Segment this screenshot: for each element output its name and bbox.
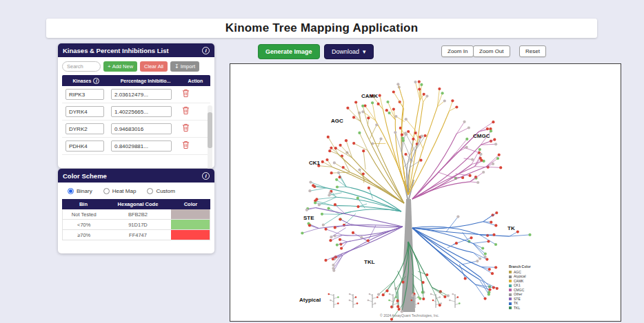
plus-icon: + — [108, 64, 111, 70]
kinase-value-field[interactable] — [111, 89, 172, 100]
bin-row: ≥70% FF4747 — [62, 230, 210, 240]
kinase-panel: Kinases & Percent Inhibitions List i + A… — [58, 43, 214, 168]
kinase-value-field[interactable] — [111, 140, 172, 152]
column-bin: Bin — [62, 201, 105, 207]
legend-item: TK — [509, 302, 539, 306]
tree-canvas[interactable]: CAMK AGC CMGC CK1 STE TK TKL Atypical Br… — [230, 63, 621, 322]
hex-code: FF4747 — [105, 230, 170, 240]
legend-item: TKL — [509, 306, 539, 311]
color-swatch — [171, 230, 210, 240]
color-scheme-panel: Color Scheme i Binary Heat Map Custom Bi… — [58, 169, 214, 253]
tree-label-tk: TK — [507, 225, 515, 231]
kinase-name-field[interactable] — [66, 106, 104, 117]
trash-icon — [182, 123, 190, 132]
bin-label: Not Tested — [63, 209, 105, 219]
legend-item: Atypical — [509, 275, 539, 279]
info-icon[interactable]: i — [202, 47, 210, 54]
legend-item: Other — [509, 293, 539, 297]
column-action: Action — [181, 79, 210, 83]
radio-icon[interactable] — [147, 188, 153, 194]
radio-icon[interactable] — [68, 188, 74, 194]
radio-icon[interactable] — [103, 188, 110, 194]
kinases-info-icon[interactable]: i — [93, 78, 99, 84]
kinase-panel-title: Kinases & Percent Inhibitions List — [63, 47, 169, 54]
tree-label-atypical: Atypical — [299, 297, 321, 303]
import-button[interactable]: ↧ Import — [170, 61, 199, 72]
zoom-out-button[interactable]: Zoom Out — [473, 45, 510, 57]
tree-legend-items: AGCAtypicalCAMKCK1CMGCOtherSTETKTKL — [509, 271, 539, 311]
column-kinases: Kinases i — [62, 78, 110, 84]
kinase-name-field[interactable] — [66, 89, 104, 100]
table-row — [62, 138, 210, 155]
bin-row: Not Tested BFB2B2 — [62, 209, 210, 220]
trash-icon — [182, 89, 190, 98]
app-header: Kinome Tree Mapping Application — [46, 19, 597, 38]
caret-down-icon: ▾ — [363, 48, 366, 55]
color-scheme-title: Color Scheme — [63, 172, 107, 180]
kinase-name-field[interactable] — [66, 123, 104, 134]
bin-table-header: Bin Hexagonal Code Color — [62, 199, 210, 209]
kinase-panel-header: Kinases & Percent Inhibitions List i — [58, 43, 214, 57]
hex-code: 91D17D — [105, 220, 170, 229]
add-new-button[interactable]: + Add New — [103, 61, 137, 72]
tree-label-ste: STE — [303, 215, 314, 221]
table-row — [62, 103, 210, 121]
bin-table: Bin Hexagonal Code Color Not Tested BFB2… — [62, 199, 210, 240]
color-mode-radios: Binary Heat Map Custom — [58, 183, 214, 199]
column-color: Color — [171, 201, 210, 207]
info-icon[interactable]: i — [202, 172, 210, 180]
kinase-value-field[interactable] — [111, 106, 172, 117]
radio-heat-map[interactable]: Heat Map — [103, 188, 137, 194]
delete-row-button[interactable] — [181, 88, 190, 101]
tree-label-cmgc: CMGC — [473, 133, 490, 139]
kinase-value-field[interactable] — [111, 123, 172, 134]
bin-row: <70% 91D17D — [62, 220, 210, 230]
clear-all-button[interactable]: Clear All — [140, 61, 168, 72]
trash-icon — [182, 106, 190, 115]
kinase-name-field[interactable] — [66, 140, 104, 152]
tree-label-ck1: CK1 — [309, 160, 320, 166]
color-swatch — [171, 220, 210, 229]
tree-legend: Branch Color AGCAtypicalCAMKCK1CMGCOther… — [509, 265, 539, 311]
bin-label: <70% — [63, 220, 105, 229]
generate-image-button[interactable]: Generate Image — [258, 44, 320, 59]
kinase-table-header: Kinases i Percentage Inhibitio... Action — [62, 75, 210, 86]
reset-button[interactable]: Reset — [519, 45, 546, 57]
table-row — [62, 86, 210, 103]
delete-row-button[interactable] — [181, 123, 190, 135]
zoom-in-button[interactable]: Zoom In — [441, 45, 474, 57]
copyright-text: © 2024 AssayQuant Technologies, Inc. — [306, 313, 513, 317]
download-button[interactable]: Download ▾ — [324, 44, 374, 59]
table-row — [62, 121, 210, 138]
tree-label-tkl: TKL — [364, 259, 375, 265]
hex-code: BFB2B2 — [105, 209, 170, 219]
radio-binary[interactable]: Binary — [68, 188, 92, 194]
tree-label-camk: CAMK — [361, 93, 378, 99]
kinome-tree-image — [230, 64, 621, 321]
legend-title: Branch Color — [509, 265, 539, 269]
kinase-toolbar: + Add New Clear All ↧ Import — [58, 57, 214, 75]
scrollbar-thumb[interactable] — [208, 112, 212, 148]
page-title: Kinome Tree Mapping Application — [225, 21, 418, 35]
delete-row-button[interactable] — [181, 105, 190, 118]
color-scheme-header: Color Scheme i — [58, 169, 214, 183]
column-percentage: Percentage Inhibitio... — [110, 79, 181, 83]
legend-item: CK1 — [509, 284, 539, 288]
tree-label-agc: AGC — [331, 118, 343, 124]
delete-row-button[interactable] — [181, 140, 190, 152]
import-icon: ↧ — [174, 64, 179, 70]
search-input[interactable] — [62, 61, 101, 72]
bin-label: ≥70% — [63, 230, 105, 240]
column-hex: Hexagonal Code — [105, 201, 171, 207]
trash-icon — [182, 140, 190, 149]
color-swatch — [171, 209, 210, 219]
radio-custom[interactable]: Custom — [147, 188, 175, 194]
